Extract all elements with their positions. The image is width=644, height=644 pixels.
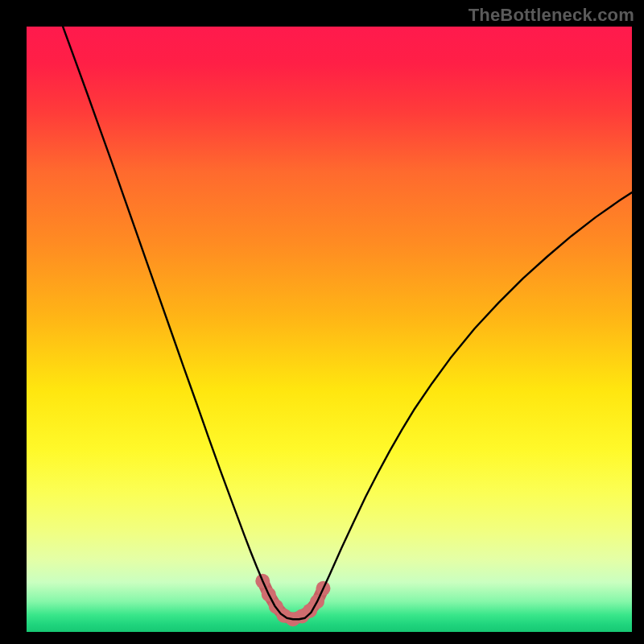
watermark-text: TheBottleneck.com bbox=[469, 5, 634, 26]
gradient-background bbox=[27, 27, 632, 632]
outer-frame: TheBottleneck.com bbox=[0, 0, 644, 644]
chart-svg bbox=[27, 27, 632, 632]
plot-area bbox=[27, 27, 632, 632]
